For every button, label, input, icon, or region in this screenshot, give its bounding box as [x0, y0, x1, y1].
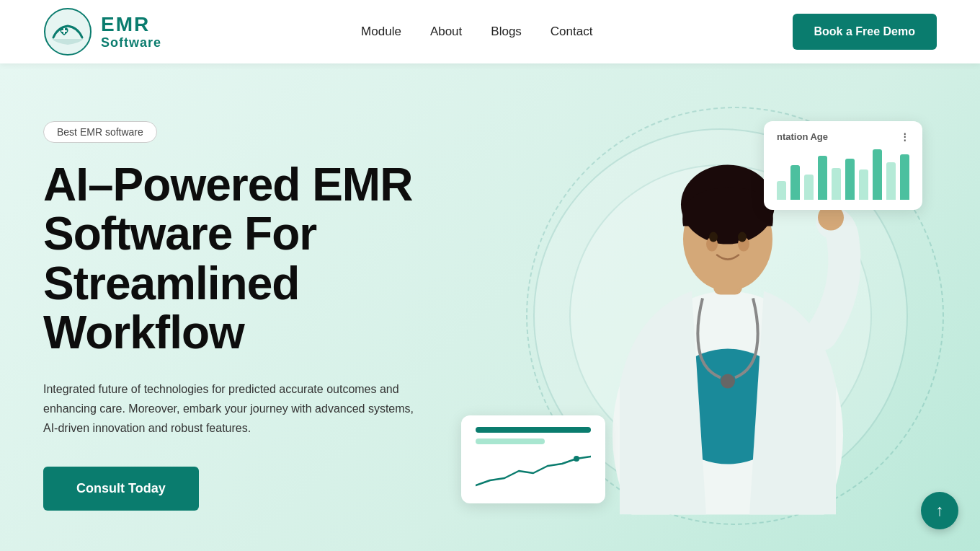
book-demo-button[interactable]: Book a Free Demo [793, 14, 937, 50]
chart-bar [859, 169, 868, 200]
logo-emr: EMR [101, 14, 161, 36]
nav-item-blogs[interactable]: Blogs [491, 25, 522, 39]
chart-bar [818, 156, 827, 200]
hero-image-area: ntation Age ⋮ [476, 107, 937, 525]
analytics-line-chart [476, 453, 591, 489]
hero-title-line4: Workflow [43, 307, 244, 358]
svg-point-14 [574, 456, 579, 462]
nav-item-about[interactable]: About [430, 25, 462, 39]
consult-today-button[interactable]: Consult Today [43, 467, 199, 511]
chart-bar [777, 181, 786, 200]
chart-more-icon[interactable]: ⋮ [900, 131, 909, 142]
analytics-card [461, 415, 605, 503]
navbar: EMR Software Module About Blogs Contact … [0, 0, 980, 63]
hero-badge: Best EMR software [43, 121, 157, 143]
nav-link-blogs[interactable]: Blogs [491, 25, 522, 38]
nav-link-about[interactable]: About [430, 25, 462, 38]
nav-link-module[interactable]: Module [361, 25, 401, 38]
hero-title-line2: Software For [43, 208, 316, 260]
analytics-line-1 [476, 427, 591, 433]
chart-bars [777, 149, 909, 200]
hero-section: Best EMR software AI–Powered EMR Softwar… [0, 63, 980, 551]
chart-bar [873, 149, 882, 200]
chart-card-title: ntation Age [777, 131, 828, 142]
logo-icon [43, 7, 92, 56]
hero-title-line3: Streamlined [43, 257, 299, 309]
svg-point-12 [721, 374, 735, 389]
analytics-line-2 [476, 438, 545, 444]
hero-description: Integrated future of technologies for pr… [43, 379, 418, 438]
svg-point-10 [709, 232, 718, 242]
nav-item-contact[interactable]: Contact [551, 25, 593, 39]
svg-point-11 [738, 232, 747, 242]
hero-title: AI–Powered EMR Software For Streamlined … [43, 160, 476, 358]
chart-bar [886, 162, 896, 200]
chart-bar [804, 175, 814, 200]
nav-links: Module About Blogs Contact [361, 25, 592, 39]
chart-bar [845, 159, 855, 200]
svg-rect-2 [61, 30, 67, 32]
analytics-lines [476, 427, 591, 444]
hero-title-line1: AI–Powered EMR [43, 159, 412, 211]
chart-bar [832, 168, 841, 200]
logo-software: Software [101, 36, 161, 50]
scroll-to-top-button[interactable]: ↑ [921, 492, 958, 529]
chart-card-header: ntation Age ⋮ [777, 131, 909, 142]
chart-bar [900, 154, 909, 200]
logo-text: EMR Software [101, 14, 161, 50]
hero-content: Best EMR software AI–Powered EMR Softwar… [43, 121, 476, 511]
chart-bar [790, 165, 800, 200]
nav-item-module[interactable]: Module [361, 25, 401, 39]
chart-card: ntation Age ⋮ [764, 121, 922, 210]
logo[interactable]: EMR Software [43, 7, 161, 56]
nav-link-contact[interactable]: Contact [551, 25, 593, 38]
scroll-top-arrow-icon: ↑ [936, 503, 944, 519]
